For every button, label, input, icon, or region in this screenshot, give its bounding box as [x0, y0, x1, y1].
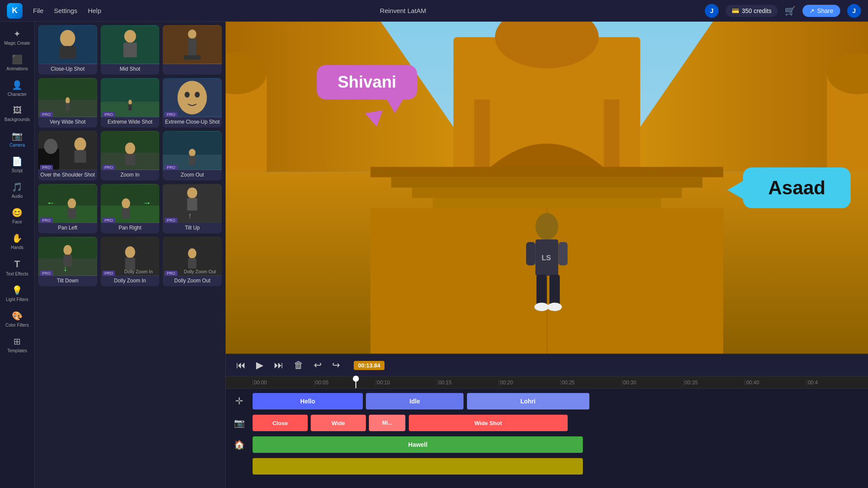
segment-hello[interactable]: Hello [253, 393, 363, 409]
delete-button[interactable]: 🗑 [292, 358, 305, 373]
nav-settings[interactable]: Settings [54, 7, 77, 14]
camera-label-mid-shot: Mid Shot [101, 64, 160, 75]
undo-button[interactable]: ↩ [312, 358, 323, 373]
camera-label-dolly-zoom-in: Dolly Zoom In [101, 276, 160, 286]
credits-amount: 350 credits [742, 7, 771, 14]
pro-badge-extreme-wide: PRO [102, 112, 115, 117]
sidebar-item-camera[interactable]: 📷 Camera [2, 127, 33, 151]
track-content-character[interactable]: Hello Idle Lohri [253, 393, 865, 409]
nav-help[interactable]: Help [88, 7, 101, 14]
svg-text:↓: ↓ [63, 264, 67, 273]
camera-label-pan-right: Pan Right [101, 223, 160, 233]
audio-icon: 🎵 [12, 182, 23, 192]
segment-wide-shot[interactable]: Wide Shot [409, 415, 568, 431]
camera-item-zoom-out[interactable]: PRO Zoom Out [163, 131, 222, 180]
camera-item-extreme-closeup[interactable]: PRO Extreme Close-Up Shot [163, 78, 222, 128]
sidebar-icons: ✦ Magic Create ⬛ Animations 👤 Character … [0, 22, 35, 488]
shivani-tooltip: Shivani [317, 65, 417, 99]
segment-lohri[interactable]: Lohri [467, 393, 589, 409]
main-layout: ✦ Magic Create ⬛ Animations 👤 Character … [0, 22, 868, 488]
project-title: Reinvent LatAM [112, 7, 694, 14]
svg-point-12 [66, 97, 70, 104]
svg-point-16 [128, 100, 132, 105]
sidebar-label-backgrounds: Backgrounds [4, 117, 30, 122]
segment-extra[interactable] [253, 458, 583, 475]
nav-file[interactable]: File [33, 7, 43, 14]
sidebar-item-backgrounds[interactable]: 🖼 Backgrounds [2, 102, 33, 125]
credits-button[interactable]: 💳 350 credits [726, 5, 777, 17]
preview-and-timeline: LS Shivani Asaad [226, 22, 868, 488]
time-display: 00:13.84 [354, 361, 385, 370]
track-content-background[interactable]: Hawell [253, 436, 865, 453]
ruler-mark-20: 00:20 [499, 380, 560, 386]
camera-item-extreme-wide[interactable]: PRO Extreme Wide Shot [101, 78, 160, 128]
svg-rect-68 [474, 99, 490, 172]
sidebar-item-color-filters[interactable]: 🎨 Color Filters [2, 307, 33, 331]
skip-start-button[interactable]: ⏮ [234, 358, 247, 373]
camera-item-zoom-in[interactable]: PRO Zoom In [101, 131, 160, 180]
segment-close[interactable]: Close [253, 415, 308, 431]
camera-item-close-up[interactable]: Close-Up Shot [38, 25, 97, 75]
ruler-mark-35: 00:35 [684, 380, 745, 386]
app-logo[interactable]: K [7, 3, 23, 19]
sidebar-item-audio[interactable]: 🎵 Audio [2, 178, 33, 202]
redo-button[interactable]: ↪ [330, 358, 342, 373]
camera-item-tilt-up[interactable]: ↑ PRO Tilt Up [163, 184, 222, 233]
svg-rect-47 [187, 198, 197, 210]
sidebar-item-templates[interactable]: ⊞ Templates [2, 333, 33, 357]
cart-icon[interactable]: 🛒 [785, 6, 796, 16]
pro-badge-dolly-zoom-out: PRO [164, 271, 178, 276]
sidebar-label-light: Light Filters [6, 297, 29, 302]
camera-item-placeholder[interactable] [163, 25, 222, 75]
play-button[interactable]: ▶ [254, 358, 265, 373]
sidebar-label-templates: Templates [7, 348, 27, 353]
shivani-tooltip-container: Shivani [317, 65, 417, 99]
camera-item-pan-right[interactable]: → PRO Pan Right [101, 184, 160, 233]
svg-text:→: → [143, 198, 151, 207]
sidebar-item-hands[interactable]: ✋ Hands [2, 229, 33, 253]
nav-menu: File Settings Help [33, 7, 101, 14]
sidebar-item-face[interactable]: 😊 Face [2, 204, 33, 228]
camera-item-dolly-zoom-in[interactable]: Dolly Zoom In PRO Dolly Zoom In [101, 237, 160, 286]
pro-badge-pan-right: PRO [102, 218, 115, 223]
asaad-tooltip-container: Asaad [743, 167, 851, 208]
segment-idle[interactable]: Idle [366, 393, 464, 409]
camera-item-mid-shot[interactable]: Mid Shot [101, 25, 160, 75]
sidebar-item-character[interactable]: 👤 Character [2, 76, 33, 100]
sidebar-item-animations[interactable]: ⬛ Animations [2, 51, 33, 75]
user-avatar-main[interactable]: J [847, 4, 861, 18]
sidebar-item-text-effects[interactable]: T Text Effects [2, 255, 33, 280]
svg-point-46 [187, 187, 197, 198]
svg-point-59 [188, 249, 196, 259]
camera-item-very-wide[interactable]: PRO Very Wide Shot [38, 78, 97, 128]
sidebar-label-character: Character [8, 92, 27, 97]
timeline-controls: ⏮ ▶ ⏭ 🗑 ↩ ↪ 00:13.84 [226, 354, 868, 377]
ruler-mark-15: 00:15 [437, 380, 499, 386]
asaad-tooltip-text: Asaad [768, 177, 825, 198]
camera-item-over-shoulder[interactable]: PRO Over the Shoulder Shot [38, 131, 97, 180]
sidebar-item-magic-create[interactable]: ✦ Magic Create [2, 25, 33, 49]
sidebar-item-light-filters[interactable]: 💡 Light Filters [2, 282, 33, 305]
svg-text:Dolly Zoom Out: Dolly Zoom Out [184, 269, 216, 274]
svg-rect-13 [66, 103, 70, 111]
sidebar-label-animations: Animations [7, 66, 28, 71]
svg-point-20 [185, 92, 190, 98]
camera-item-pan-left[interactable]: ← PRO Pan Left [38, 184, 97, 233]
track-icon-camera: 📷 [226, 418, 253, 428]
segment-hawell[interactable]: Hawell [253, 436, 583, 453]
camera-item-dolly-zoom-out[interactable]: Dolly Zoom Out PRO Dolly Zoom Out [163, 237, 222, 286]
track-content-extra[interactable] [253, 458, 865, 475]
user-avatar-j[interactable]: J [705, 4, 719, 18]
svg-rect-30 [125, 154, 135, 165]
track-content-camera[interactable]: Close Wide Mi... Wide Shot [253, 415, 865, 431]
camera-item-tilt-down[interactable]: ↓ PRO Tilt Down [38, 237, 97, 286]
track-row-background: 🏠 Hawell [226, 435, 868, 455]
svg-rect-56 [125, 258, 135, 270]
skip-end-button[interactable]: ⏭ [272, 358, 285, 373]
share-button[interactable]: ↗ Share [802, 5, 840, 17]
svg-rect-83 [558, 242, 568, 265]
sidebar-item-script[interactable]: 📄 Script [2, 153, 33, 177]
segment-wide[interactable]: Wide [311, 415, 366, 431]
track-row-character: ✛ Hello Idle Lohri [226, 391, 868, 411]
segment-mi[interactable]: Mi... [369, 415, 406, 431]
